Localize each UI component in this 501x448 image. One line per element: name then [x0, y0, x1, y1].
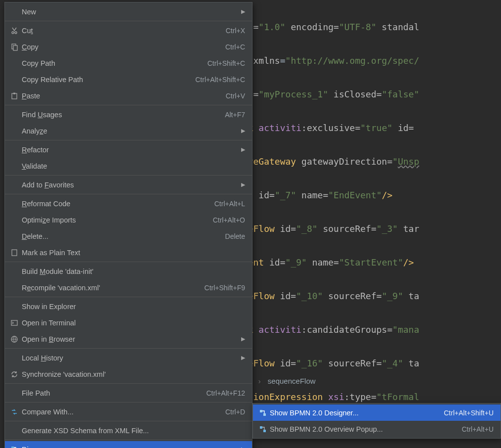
- menu-shortcut: Ctrl+Alt+Shift+U: [444, 409, 494, 417]
- file-icon: [7, 249, 22, 257]
- menu-item-new[interactable]: New ▶: [5, 3, 252, 20]
- menu-item-label: Show in Explorer: [22, 303, 245, 311]
- menu-item-label: Mark as Plain Text: [22, 249, 245, 257]
- menu-shortcut: Ctrl+Shift+F9: [205, 284, 245, 292]
- menu-item-label: Copy Path: [22, 59, 208, 67]
- svg-rect-15: [263, 430, 266, 432]
- menu-shortcut: Alt+F7: [225, 111, 245, 119]
- menu-item-label: File Path: [22, 389, 206, 397]
- menu-item-label: Find Usages: [22, 111, 225, 119]
- menu-item-reformat-code[interactable]: Reformat Code Ctrl+Alt+L: [5, 195, 252, 212]
- menu-separator: [5, 383, 252, 384]
- submenu-item-label: Show BPMN 2.0 Overview Popup...: [270, 425, 461, 433]
- menu-item-label: Add to Favorites: [22, 181, 237, 189]
- menu-item-local-history[interactable]: Local History ▶: [5, 350, 252, 366]
- svg-rect-12: [260, 410, 262, 412]
- menu-item-label: Analyze: [22, 127, 237, 135]
- paste-icon: [7, 92, 22, 100]
- svg-rect-6: [12, 250, 17, 256]
- menu-shortcut: Delete: [225, 232, 245, 240]
- svg-rect-5: [13, 92, 15, 94]
- menu-separator: [5, 440, 252, 440]
- svg-point-0: [12, 32, 14, 34]
- menu-item-copy-relative-path[interactable]: Copy Relative Path Ctrl+Alt+Shift+C: [5, 71, 252, 88]
- menu-item-refactor[interactable]: Refactor ▶: [5, 141, 252, 158]
- menu-item-label: Generate XSD Schema from XML File...: [22, 427, 245, 435]
- menu-item-open-in-browser[interactable]: Open in Browser ▶: [5, 331, 252, 347]
- chevron-right-icon: ▶: [241, 181, 245, 188]
- menu-item-label: Paste: [22, 92, 226, 100]
- menu-item-label: Delete...: [22, 232, 225, 240]
- menu-item-diagrams[interactable]: Diagrams ▶: [5, 441, 252, 448]
- menu-separator: [5, 297, 252, 297]
- menu-shortcut: Ctrl+Alt+U: [461, 425, 494, 433]
- menu-item-label: Local History: [22, 354, 237, 362]
- svg-rect-4: [12, 93, 17, 99]
- chevron-right-icon: ▶: [241, 8, 245, 15]
- menu-item-recompile[interactable]: Recompile 'vacation.xml' Ctrl+Shift+F9: [5, 279, 252, 296]
- menu-item-label: Diagrams: [22, 446, 237, 448]
- svg-rect-3: [13, 45, 17, 50]
- menu-item-label: Refactor: [22, 146, 237, 154]
- chevron-right-icon: ▶: [241, 446, 245, 448]
- menu-item-validate[interactable]: Validate: [5, 158, 252, 174]
- menu-item-compare-with[interactable]: Compare With... Ctrl+D: [5, 403, 252, 420]
- breadcrumb-separator: ›: [258, 377, 261, 385]
- menu-item-label: Open in Browser: [22, 335, 237, 343]
- submenu-item-show-overview[interactable]: Show BPMN 2.0 Overview Popup... Ctrl+Alt…: [253, 421, 501, 437]
- compare-icon: [7, 408, 22, 416]
- svg-rect-7: [11, 320, 17, 325]
- context-menu: New ▶ Cut Ctrl+X Copy Ctrl+C Copy Path C…: [4, 2, 252, 448]
- cut-icon: [7, 27, 22, 35]
- menu-item-file-path[interactable]: File Path Ctrl+Alt+F12: [5, 385, 252, 401]
- diagram-icon: [256, 409, 270, 417]
- menu-shortcut: Ctrl+D: [225, 408, 245, 416]
- menu-shortcut: Ctrl+Alt+F12: [206, 389, 245, 397]
- terminal-icon: [7, 319, 22, 327]
- menu-item-label: Synchronize 'vacation.xml': [22, 370, 245, 378]
- menu-item-label: Compare With...: [22, 408, 225, 416]
- menu-separator: [5, 105, 252, 105]
- menu-item-cut[interactable]: Cut Ctrl+X: [5, 22, 252, 39]
- menu-shortcut: Ctrl+X: [226, 27, 245, 35]
- chevron-right-icon: ▶: [241, 336, 245, 342]
- menu-item-synchronize[interactable]: Synchronize 'vacation.xml': [5, 366, 252, 382]
- menu-item-add-to-favorites[interactable]: Add to Favorites ▶: [5, 177, 252, 193]
- svg-rect-9: [11, 447, 14, 448]
- menu-item-label: Copy Relative Path: [22, 76, 195, 84]
- diagrams-submenu: Show BPMN 2.0 Designer... Ctrl+Alt+Shift…: [252, 403, 501, 439]
- menu-shortcut: Ctrl+Alt+L: [214, 200, 245, 208]
- menu-item-paste[interactable]: Paste Ctrl+V: [5, 88, 252, 104]
- menu-item-mark-as-plain-text[interactable]: Mark as Plain Text: [5, 244, 252, 261]
- menu-item-copy[interactable]: Copy Ctrl+C: [5, 39, 252, 55]
- menu-shortcut: Ctrl+C: [225, 43, 245, 51]
- breadcrumb-segment[interactable]: sequenceFlow: [268, 377, 316, 385]
- submenu-item-label: Show BPMN 2.0 Designer...: [270, 409, 444, 417]
- menu-item-delete[interactable]: Delete... Delete: [5, 228, 252, 244]
- menu-separator: [5, 348, 252, 349]
- diagram-icon: [7, 446, 22, 448]
- menu-item-build-module[interactable]: Build Module 'data-init': [5, 263, 252, 279]
- menu-item-label: Reformat Code: [22, 200, 214, 208]
- menu-item-label: Recompile 'vacation.xml': [22, 284, 205, 292]
- submenu-item-show-designer[interactable]: Show BPMN 2.0 Designer... Ctrl+Alt+Shift…: [253, 404, 501, 421]
- menu-item-find-usages[interactable]: Find Usages Alt+F7: [5, 106, 252, 123]
- menu-item-label: Open in Terminal: [22, 319, 245, 327]
- menu-item-optimize-imports[interactable]: Optimize Imports Ctrl+Alt+O: [5, 212, 252, 228]
- menu-item-show-in-explorer[interactable]: Show in Explorer: [5, 298, 252, 314]
- svg-point-1: [15, 32, 17, 34]
- menu-item-copy-path[interactable]: Copy Path Ctrl+Shift+C: [5, 55, 252, 71]
- menu-separator: [5, 402, 252, 403]
- menu-item-label: Copy: [22, 43, 225, 51]
- svg-rect-14: [260, 426, 262, 429]
- menu-item-open-in-terminal[interactable]: Open in Terminal: [5, 314, 252, 331]
- chevron-right-icon: ▶: [241, 355, 245, 361]
- sync-icon: [7, 370, 22, 378]
- menu-shortcut: Ctrl+Alt+Shift+C: [195, 76, 245, 84]
- menu-item-label: Cut: [22, 27, 226, 35]
- menu-item-analyze[interactable]: Analyze ▶: [5, 123, 252, 139]
- menu-separator: [5, 175, 252, 176]
- menu-separator: [5, 421, 252, 421]
- copy-icon: [7, 43, 22, 51]
- menu-item-generate-xsd[interactable]: Generate XSD Schema from XML File...: [5, 422, 252, 439]
